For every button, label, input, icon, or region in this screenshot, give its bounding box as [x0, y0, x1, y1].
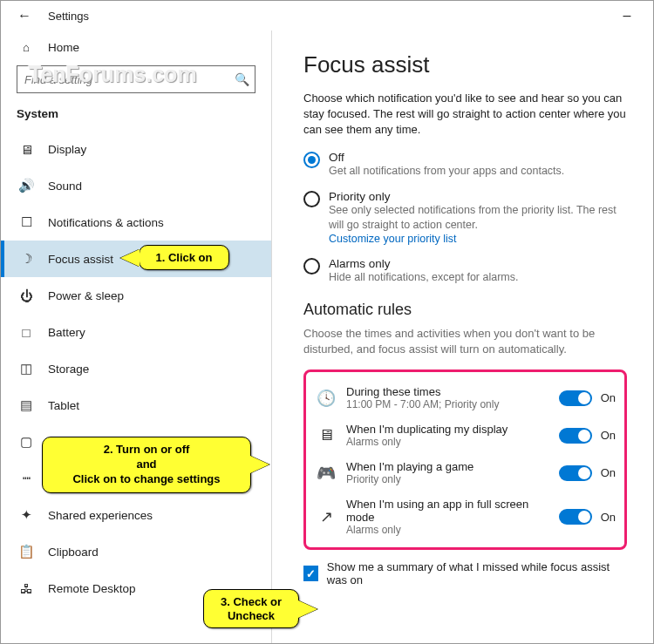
rules-intro: Choose the times and activities when you… [303, 326, 627, 357]
radio-alarms-title: Alarms only [329, 257, 518, 270]
nav-label: Tablet [48, 399, 79, 412]
power-icon: ⏻ [17, 288, 36, 303]
gamepad-icon: 🎮 [315, 464, 337, 483]
nav-label: Display [48, 143, 86, 156]
page-title: Focus assist [303, 51, 627, 78]
radio-alarms-sub: Hide all notifications, except for alarm… [329, 270, 518, 285]
clock-icon: 🕓 [315, 389, 337, 408]
rule-toggle[interactable] [559, 509, 592, 525]
callout-2-line1: 2. Turn on or off [53, 443, 240, 458]
rule-toggle[interactable] [559, 390, 592, 406]
rule-toggle[interactable] [559, 465, 592, 481]
search-box[interactable]: 🔍 [17, 65, 255, 93]
callout-3: 3. Check or Uncheck [203, 589, 299, 628]
monitor-icon: 🖥 [315, 426, 337, 444]
rules-header: Automatic rules [303, 301, 627, 319]
sound-icon: 🔊 [17, 178, 36, 193]
nav-label: Clipboard [48, 546, 99, 559]
display-icon: 🖥 [17, 142, 36, 157]
radio-priority-control[interactable] [303, 191, 320, 207]
home-icon: ⌂ [17, 41, 36, 54]
callout-3-line1: 3. Check or [215, 595, 288, 609]
radio-off-title: Off [329, 151, 564, 164]
nav-home[interactable]: ⌂ Home [1, 31, 271, 64]
radio-off-sub: Get all notifications from your apps and… [329, 164, 564, 179]
callout-1: 1. Click on [139, 245, 229, 270]
bell-icon: ☐ [17, 214, 36, 230]
minimize-button[interactable]: – [610, 3, 644, 29]
radio-alarms[interactable]: Alarms only Hide all notifications, exce… [303, 257, 627, 285]
nav-label: Storage [48, 363, 89, 376]
rule-times[interactable]: 🕓 During these times 11:00 PM - 7:00 AM;… [315, 379, 616, 417]
clipboard-icon: 📋 [17, 544, 36, 559]
sidebar: ⌂ Home 🔍 System 🖥 Display 🔊 Sound ☐ Noti… [1, 31, 272, 643]
nav-label: Focus assist [48, 253, 113, 266]
rules-highlight-box: 🕓 During these times 11:00 PM - 7:00 AM;… [303, 369, 627, 550]
nav-label: Power & sleep [48, 289, 124, 302]
rule-sub: Priority only [346, 473, 559, 485]
callout-2-line3: Click on to change settings [53, 472, 240, 487]
nav-label: Remote Desktop [48, 582, 136, 595]
nav-power[interactable]: ⏻ Power & sleep [1, 277, 271, 314]
radio-priority[interactable]: Priority only See only selected notifica… [303, 190, 627, 245]
rule-game[interactable]: 🎮 When I'm playing a game Priority only … [315, 454, 616, 491]
battery-icon: □ [17, 325, 36, 340]
summary-label: Show me a summary of what I missed while… [327, 560, 627, 586]
window-title: Settings [39, 10, 89, 23]
rule-state: On [601, 511, 616, 524]
moon-icon: ☽ [17, 251, 36, 267]
nav-storage[interactable]: ◫ Storage [1, 350, 271, 387]
nav-battery[interactable]: □ Battery [1, 314, 271, 350]
rule-state: On [601, 466, 616, 479]
priority-list-link[interactable]: Customize your priority list [329, 233, 627, 245]
share-icon: ✦ [17, 507, 36, 523]
search-icon: 🔍 [235, 72, 249, 86]
radio-priority-sub: See only selected notifications from the… [329, 203, 627, 233]
rule-state: On [601, 391, 616, 404]
rule-sub: Alarms only [346, 436, 559, 448]
page-intro: Choose which notification you'd like to … [303, 91, 627, 139]
nav-label: Battery [48, 326, 85, 339]
rule-title: When I'm using an app in full screen mod… [346, 498, 559, 524]
radio-off[interactable]: Off Get all notifications from your apps… [303, 151, 627, 179]
search-input[interactable] [23, 72, 235, 87]
nav-clipboard[interactable]: 📋 Clipboard [1, 533, 271, 570]
rule-title: When I'm duplicating my display [346, 423, 559, 436]
nav-label: Sound [48, 180, 82, 193]
category-header: System [1, 102, 271, 131]
nav-shared[interactable]: ✦ Shared experiences [1, 497, 271, 533]
radio-priority-title: Priority only [329, 190, 627, 203]
rule-title: During these times [346, 385, 559, 398]
nav-label: Notifications & actions [48, 216, 164, 229]
rule-sub: Alarms only [346, 524, 559, 536]
rule-state: On [601, 429, 616, 442]
summary-checkbox-row[interactable]: ✓ Show me a summary of what I missed whi… [303, 560, 627, 586]
nav-label: Shared experiences [48, 509, 153, 522]
rule-fullscreen[interactable]: ↗ When I'm using an app in full screen m… [315, 491, 616, 542]
rule-duplicating[interactable]: 🖥 When I'm duplicating my display Alarms… [315, 417, 616, 454]
remote-icon: 🖧 [17, 581, 36, 596]
tablet-icon: ▤ [17, 397, 36, 413]
back-button[interactable]: ← [10, 1, 39, 31]
fullscreen-icon: ↗ [315, 507, 337, 526]
rule-toggle[interactable] [559, 428, 592, 444]
project-icon: ┉ [17, 471, 36, 486]
callout-2: 2. Turn on or off and Click on to change… [42, 437, 251, 493]
nav-tablet[interactable]: ▤ Tablet [1, 387, 271, 424]
nav-sound[interactable]: 🔊 Sound [1, 167, 271, 204]
rule-title: When I'm playing a game [346, 460, 559, 473]
radio-off-control[interactable] [303, 152, 320, 168]
callout-2-line2: and [53, 458, 240, 472]
callout-3-line2: Uncheck [215, 609, 288, 623]
nav-notifications[interactable]: ☐ Notifications & actions [1, 204, 271, 241]
radio-alarms-control[interactable] [303, 258, 320, 275]
titlebar: ← Settings – [1, 1, 653, 31]
rule-sub: 11:00 PM - 7:00 AM; Priority only [346, 398, 559, 410]
callout-1-text: 1. Click on [155, 251, 212, 264]
storage-icon: ◫ [17, 361, 36, 376]
summary-checkbox[interactable]: ✓ [303, 566, 318, 581]
multitask-icon: ▢ [17, 434, 36, 450]
nav-home-label: Home [48, 41, 79, 54]
main-panel: Focus assist Choose which notification y… [272, 31, 653, 643]
nav-display[interactable]: 🖥 Display [1, 131, 271, 167]
